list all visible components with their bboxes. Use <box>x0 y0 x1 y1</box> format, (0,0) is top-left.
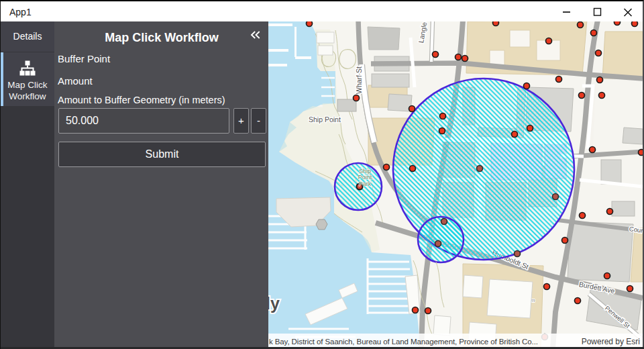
svg-text:Ship: Ship <box>359 168 371 174</box>
svg-text:Point: Point <box>358 174 372 181</box>
svg-text:Ship Point: Ship Point <box>309 115 341 123</box>
svg-text:k Bay, District of Saanich, Bu: k Bay, District of Saanich, Bureau of La… <box>269 338 538 346</box>
svg-text:Park: Park <box>359 181 372 187</box>
svg-text:ly: ly <box>268 294 280 313</box>
svg-text:Powered by Esri: Powered by Esri <box>582 337 640 346</box>
svg-text:Wharf St: Wharf St <box>355 66 363 94</box>
